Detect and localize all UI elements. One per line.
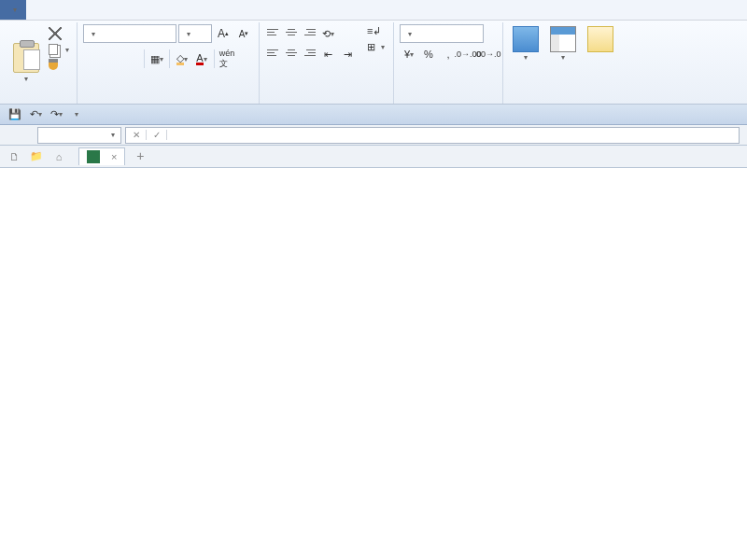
format-painter-button[interactable]	[47, 58, 71, 71]
align-left-button[interactable]	[265, 45, 282, 60]
increase-indent-button[interactable]: ⇥	[338, 45, 357, 63]
align-center-button[interactable]	[283, 45, 300, 60]
ribbon: ▾ ▾ ▾ ▾ A▴ A▾ ▦▾	[0, 21, 747, 105]
orientation-button[interactable]: ⟲▾	[318, 24, 337, 43]
phonetic-button[interactable]: wén文	[218, 49, 236, 68]
group-alignment: ⟲▾ ⇤ ⇥ ≡↲ ⊞▾	[260, 22, 394, 104]
align-middle-button[interactable]	[283, 24, 300, 39]
enter-button[interactable]: ✓	[147, 130, 167, 140]
currency-button[interactable]: ¥▾	[400, 45, 418, 63]
copy-icon	[49, 44, 58, 55]
number-format-combo[interactable]: ▾	[400, 24, 484, 43]
cell-styles-button[interactable]	[584, 24, 617, 101]
decrease-indent-button[interactable]: ⇤	[318, 45, 337, 63]
group-clipboard: ▾ ▾	[4, 22, 78, 104]
group-label	[400, 101, 497, 104]
file-menu[interactable]: ▾	[0, 0, 26, 20]
document-tabs: 🗋 📁 ⌂ × +	[0, 146, 747, 168]
conditional-format-button[interactable]: ▾	[509, 24, 543, 101]
align-right-button[interactable]	[301, 45, 317, 60]
menu-bar: ▾	[0, 0, 747, 21]
cancel-button[interactable]: ✕	[126, 130, 147, 140]
bold-button[interactable]	[83, 49, 102, 68]
brush-icon	[49, 59, 58, 70]
group-number: ▾ ¥▾ % , .0→.00 .00→.0	[394, 22, 503, 104]
font-name-combo[interactable]: ▾	[83, 24, 176, 43]
group-label	[509, 101, 617, 104]
group-label	[83, 101, 253, 104]
name-box[interactable]: ▾	[37, 127, 121, 144]
redo-button[interactable]: ↷▾	[47, 106, 65, 123]
italic-button[interactable]	[103, 49, 121, 68]
align-top-button[interactable]	[265, 24, 282, 39]
close-tab-button[interactable]: ×	[111, 151, 117, 162]
wrap-text-button[interactable]: ≡↲	[364, 24, 388, 38]
new-doc-icon[interactable]: 🗋	[6, 148, 22, 165]
border-button[interactable]: ▦▾	[148, 49, 166, 68]
cut-icon	[49, 27, 62, 40]
decrease-decimal-button[interactable]: .00→.0	[478, 45, 497, 63]
merge-icon: ⊞	[367, 41, 375, 53]
underline-button[interactable]	[122, 49, 141, 68]
home-icon[interactable]: ⌂	[50, 148, 67, 165]
group-font: ▾ ▾ A▴ A▾ ▦▾ ◇▾ A▾ wén文	[78, 22, 260, 104]
undo-button[interactable]: ↶▾	[26, 106, 45, 123]
table-icon	[550, 26, 576, 52]
percent-button[interactable]: %	[419, 45, 438, 63]
decrease-font-button[interactable]: A▾	[234, 24, 253, 43]
cell-style-icon	[587, 26, 613, 52]
font-size-combo[interactable]: ▾	[178, 24, 212, 43]
paste-button[interactable]: ▾	[9, 24, 43, 101]
increase-font-button[interactable]: A▴	[214, 24, 233, 43]
add-tab-button[interactable]: +	[131, 148, 149, 165]
formula-input[interactable]	[178, 130, 739, 141]
group-styles: ▾ ▾	[503, 22, 623, 104]
paste-icon	[13, 43, 39, 73]
font-color-button[interactable]: A▾	[192, 49, 211, 68]
conditional-format-icon	[513, 26, 539, 52]
save-button[interactable]: 💾	[6, 106, 24, 123]
copy-button[interactable]: ▾	[47, 43, 71, 56]
quick-access-toolbar: 💾 ↶▾ ↷▾ ▾	[0, 105, 747, 125]
open-folder-icon[interactable]: 📁	[28, 148, 45, 165]
group-label	[265, 101, 388, 104]
fill-color-button[interactable]: ◇▾	[173, 49, 191, 68]
cut-button[interactable]	[47, 26, 71, 41]
wrap-icon: ≡↲	[367, 25, 381, 37]
qat-customize-button[interactable]: ▾	[67, 106, 86, 123]
document-tab[interactable]: ×	[78, 147, 125, 165]
excel-icon	[87, 150, 100, 163]
align-bottom-button[interactable]	[301, 24, 317, 39]
formula-bar: ▾ ✕ ✓	[0, 125, 747, 146]
format-as-table-button[interactable]: ▾	[546, 24, 580, 101]
group-label	[9, 101, 71, 104]
merge-center-button[interactable]: ⊞▾	[364, 40, 388, 54]
